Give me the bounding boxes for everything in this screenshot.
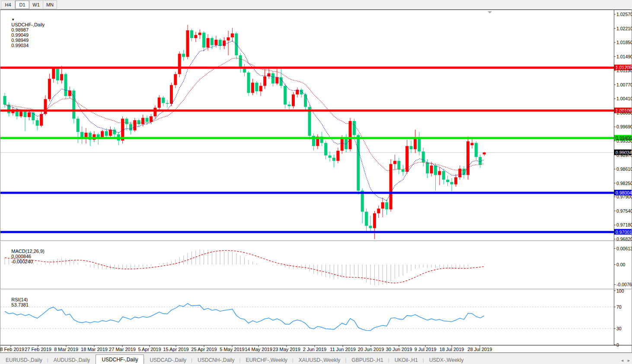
symbol-tab-eurusd-daily[interactable]: EURUSD-,Daily xyxy=(0,356,48,364)
symbol-tab-usdcnh-daily[interactable]: USDCNH-,Daily xyxy=(192,356,240,364)
symbol-tab-ukoil-h1[interactable]: UKOil-,H1 xyxy=(389,356,424,364)
chart-header: ▼ USDCHF-,Daily 0.98987 0.99049 0.98949 … xyxy=(3,12,46,53)
chart-canvas[interactable]: 1.012051.001060.994060.980040.970010.990… xyxy=(0,10,632,353)
svg-text:1.01490: 1.01490 xyxy=(616,54,632,59)
svg-text:30 Jun 2019: 30 Jun 2019 xyxy=(386,347,412,352)
svg-text:1.01130: 1.01130 xyxy=(616,68,632,73)
svg-text:27 Feb 2019: 27 Feb 2019 xyxy=(25,347,51,352)
scroll-left-icon[interactable]: ◄ xyxy=(619,357,626,364)
svg-text:1.02210: 1.02210 xyxy=(616,26,632,31)
timeframe-button-mn[interactable]: MN xyxy=(43,0,57,9)
svg-text:1.01850: 1.01850 xyxy=(616,40,632,45)
svg-text:11 Jun 2019: 11 Jun 2019 xyxy=(330,347,356,352)
scroll-right-icon[interactable]: ► xyxy=(626,357,632,364)
svg-text:-0.007612: -0.007612 xyxy=(616,282,632,287)
svg-text:18 Jul 2019: 18 Jul 2019 xyxy=(440,347,464,352)
svg-text:1.00770: 1.00770 xyxy=(616,82,632,87)
svg-text:0.96820: 0.96820 xyxy=(616,236,632,242)
symbol-tab-usdx-weekly[interactable]: USDX-,Weekly xyxy=(424,356,469,364)
svg-text:30: 30 xyxy=(616,326,622,331)
svg-text:0.97540: 0.97540 xyxy=(616,208,632,214)
symbol-tab-usdchf-daily[interactable]: USDCHF-,Daily xyxy=(96,354,144,364)
svg-text:70: 70 xyxy=(616,304,622,310)
symbol-tab-audusd-daily[interactable]: AUDUSD-,Daily xyxy=(48,356,96,364)
symbol-tab-gbpusd-h1[interactable]: GBPUSD-,H1 xyxy=(346,356,389,364)
timeframe-button-d1[interactable]: D1 xyxy=(15,0,29,9)
macd-indicator-name: MACD(12,26,9) xyxy=(11,249,44,254)
svg-text:14 May 2019: 14 May 2019 xyxy=(245,347,272,352)
svg-text:0.99690: 0.99690 xyxy=(616,124,632,129)
svg-text:0: 0 xyxy=(616,342,619,348)
svg-text:0.97180: 0.97180 xyxy=(616,222,632,227)
svg-text:28 Jul 2019: 28 Jul 2019 xyxy=(468,347,492,352)
svg-text:27 Mar 2019: 27 Mar 2019 xyxy=(109,347,136,352)
svg-text:18 Feb 2019: 18 Feb 2019 xyxy=(0,347,24,352)
timeframe-toolbar: H4D1W1MN xyxy=(0,0,632,10)
svg-text:0.97001: 0.97001 xyxy=(616,230,632,235)
svg-text:1.00410: 1.00410 xyxy=(616,96,632,101)
svg-text:0.99330: 0.99330 xyxy=(616,138,632,144)
svg-text:1.02570: 1.02570 xyxy=(616,12,632,17)
chart-window: ▼ USDCHF-,Daily 0.98987 0.99049 0.98949 … xyxy=(0,10,632,353)
ohlc-low: 0.98949 xyxy=(11,38,29,43)
svg-text:25 Apr 2019: 25 Apr 2019 xyxy=(191,347,217,352)
ohlc-high: 0.99049 xyxy=(11,32,29,38)
ohlc-close: 0.99034 xyxy=(11,43,29,48)
timeframe-button-h4[interactable]: H4 xyxy=(1,0,15,9)
chart-menu-arrow-icon[interactable]: ▼ xyxy=(11,18,15,22)
rsi-label: RSI(14) 53.7381 xyxy=(3,292,30,313)
svg-text:5 Apr 2019: 5 Apr 2019 xyxy=(138,347,161,352)
svg-text:15 Apr 2019: 15 Apr 2019 xyxy=(163,347,188,352)
chart-symbol-label: USDCHF-,Daily xyxy=(11,22,45,27)
timeframe-button-w1[interactable]: W1 xyxy=(29,0,43,9)
symbol-tab-usdcad-daily[interactable]: USDCAD-,Daily xyxy=(144,356,192,364)
svg-text:0.97900: 0.97900 xyxy=(616,194,632,199)
svg-text:2 Jun 2019: 2 Jun 2019 xyxy=(303,347,326,352)
svg-text:0.00613: 0.00613 xyxy=(616,246,632,251)
rsi-value: 53.7381 xyxy=(11,302,29,307)
svg-text:23 May 2019: 23 May 2019 xyxy=(273,347,300,352)
symbol-tab-eurchf-weekly[interactable]: EURCHF-,Weekly xyxy=(240,356,293,364)
symbol-tab-xauusd-weekly[interactable]: XAUUSD-,Weekly xyxy=(293,356,346,364)
svg-text:0.98970: 0.98970 xyxy=(616,153,632,158)
svg-text:0.98250: 0.98250 xyxy=(616,181,632,186)
svg-text:1.00050: 1.00050 xyxy=(616,110,632,115)
ohlc-open: 0.98987 xyxy=(11,27,29,32)
svg-text:18 Mar 2019: 18 Mar 2019 xyxy=(81,347,108,352)
svg-text:100: 100 xyxy=(616,288,624,294)
trading-terminal: H4D1W1MN ▼ USDCHF-,Daily 0.98987 0.99049… xyxy=(0,0,632,364)
svg-text:0.98610: 0.98610 xyxy=(616,166,632,172)
macd-label: MACD(12,26,9) 0.000846 -0.000240 xyxy=(3,243,46,269)
svg-text:5 May 2019: 5 May 2019 xyxy=(220,347,244,352)
macd-signal-value: -0.000240 xyxy=(11,259,33,264)
macd-main-value: 0.000846 xyxy=(11,254,31,259)
rsi-indicator-name: RSI(14) xyxy=(11,297,28,302)
svg-text:0.00: 0.00 xyxy=(616,262,626,267)
svg-text:9 Jul 2019: 9 Jul 2019 xyxy=(415,347,437,352)
svg-text:20 Jun 2019: 20 Jun 2019 xyxy=(358,347,384,352)
symbol-tab-bar: EURUSD-,DailyAUDUSD-,DailyUSDCHF-,DailyU… xyxy=(0,353,632,364)
svg-text:8 Mar 2019: 8 Mar 2019 xyxy=(54,347,78,352)
